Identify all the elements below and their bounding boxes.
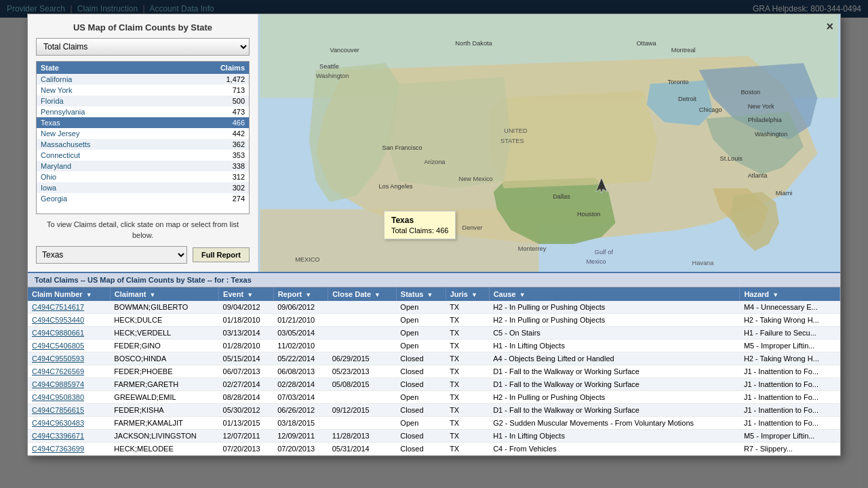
svg-rect-1 bbox=[260, 14, 838, 18]
us-map-svg: Vancouver Seattle Washington North Dakot… bbox=[258, 14, 840, 18]
modal-dialog: × US Map of Claim Counts by State Total … bbox=[27, 14, 841, 18]
modal-overlay: × US Map of Claim Counts by State Total … bbox=[0, 0, 868, 18]
modal-top-section: US Map of Claim Counts by State Total Cl… bbox=[28, 14, 840, 18]
sidebar: US Map of Claim Counts by State Total Cl… bbox=[28, 14, 258, 18]
map-area[interactable]: Vancouver Seattle Washington North Dakot… bbox=[258, 14, 840, 18]
